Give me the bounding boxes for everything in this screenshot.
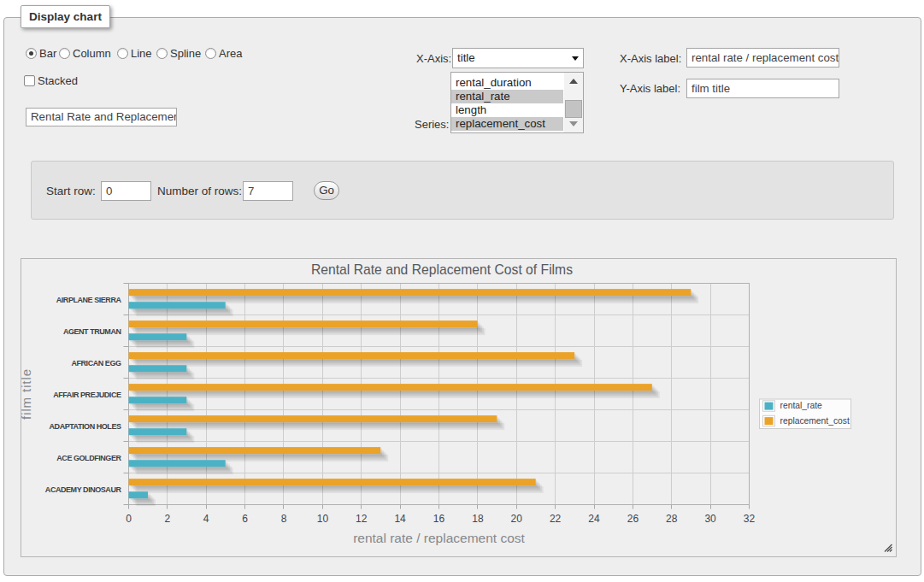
svg-text:20: 20 (511, 513, 523, 525)
svg-text:16: 16 (433, 513, 445, 525)
svg-text:24: 24 (588, 513, 600, 525)
svg-text:4: 4 (203, 513, 209, 525)
svg-text:30: 30 (704, 513, 716, 525)
svg-text:32: 32 (744, 513, 756, 525)
svg-text:AGENT TRUMAN: AGENT TRUMAN (63, 327, 121, 336)
svg-text:12: 12 (356, 513, 368, 525)
svg-text:ACADEMY DINOSAUR: ACADEMY DINOSAUR (45, 485, 122, 494)
svg-text:26: 26 (627, 513, 639, 525)
svg-text:6: 6 (242, 513, 248, 525)
svg-text:film title: film title (21, 368, 33, 420)
svg-text:AFFAIR PREJUDICE: AFFAIR PREJUDICE (53, 391, 121, 399)
svg-text:rental_rate: rental_rate (780, 401, 823, 410)
svg-text:14: 14 (394, 513, 406, 525)
svg-text:8: 8 (281, 513, 287, 525)
svg-text:replacement_cost: replacement_cost (780, 416, 850, 426)
svg-text:22: 22 (550, 513, 562, 525)
svg-text:ADAPTATION HOLES: ADAPTATION HOLES (50, 422, 121, 431)
svg-text:ACE GOLDFINGER: ACE GOLDFINGER (56, 454, 121, 462)
svg-text:18: 18 (472, 513, 484, 525)
svg-text:2: 2 (165, 513, 171, 525)
svg-text:10: 10 (317, 513, 329, 525)
svg-text:Rental Rate and Replacement Co: Rental Rate and Replacement Cost of Film… (311, 262, 573, 277)
svg-text:AFRICAN EGG: AFRICAN EGG (71, 359, 121, 367)
svg-text:rental rate / replacement cost: rental rate / replacement cost (353, 531, 525, 545)
svg-text:0: 0 (126, 513, 132, 525)
svg-text:28: 28 (666, 513, 678, 525)
svg-text:AIRPLANE SIERRA: AIRPLANE SIERRA (56, 296, 122, 304)
